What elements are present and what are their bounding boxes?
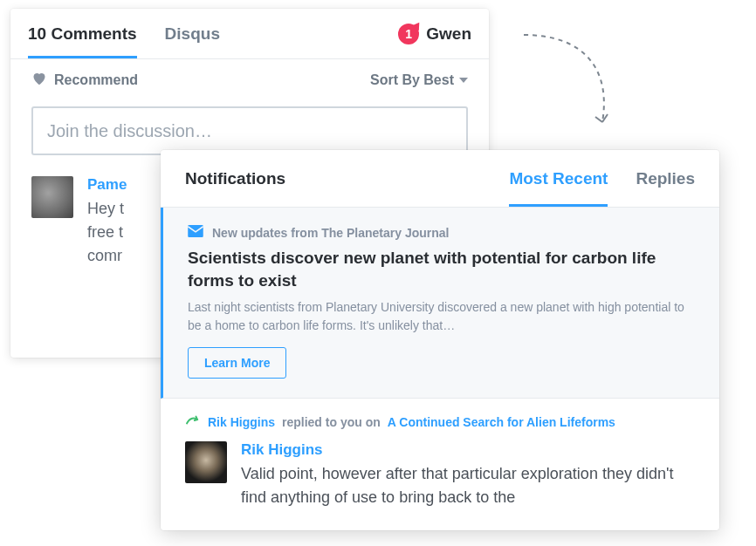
comments-tabs: 10 Comments Disqus 1 Gwen xyxy=(10,9,489,59)
compose-input[interactable]: Join the discussion… xyxy=(31,106,468,155)
avatar xyxy=(185,441,227,483)
reply-text: Valid point, however after that particul… xyxy=(241,462,695,509)
chevron-down-icon xyxy=(459,78,468,83)
notification-headline: Scientists discover new planet with pote… xyxy=(188,247,695,291)
user-menu[interactable]: 1 Gwen xyxy=(398,24,471,44)
reply-arrow-icon xyxy=(185,414,201,429)
recommend-button[interactable]: Recommend xyxy=(31,72,138,89)
tab-disqus[interactable]: Disqus xyxy=(165,9,220,58)
reply-author-link[interactable]: Rik Higgins xyxy=(241,441,323,459)
user-name: Gwen xyxy=(426,24,471,44)
reply-verb-text: replied to you on xyxy=(282,415,381,429)
notification-excerpt: Last night scientists from Planetary Uni… xyxy=(188,298,695,335)
notification-source: New updates from The Planetary Journal xyxy=(188,225,695,240)
reply-actor-link[interactable]: Rik Higgins xyxy=(208,415,275,429)
comments-toolbar: Recommend Sort By Best xyxy=(10,59,489,98)
comment-author-link[interactable]: Pame xyxy=(87,176,127,194)
notification-update[interactable]: New updates from The Planetary Journal S… xyxy=(161,208,719,399)
sort-label: Sort By Best xyxy=(370,72,454,88)
notifications-title: Notifications xyxy=(185,169,285,188)
notifications-tabs: Most Recent Replies xyxy=(509,150,695,207)
tab-most-recent[interactable]: Most Recent xyxy=(509,150,608,207)
notification-source-label: New updates from The Planetary Journal xyxy=(212,226,450,240)
notification-badge: 1 xyxy=(398,24,419,44)
tab-comments[interactable]: 10 Comments xyxy=(28,9,137,58)
learn-more-button[interactable]: Learn More xyxy=(188,347,286,379)
mail-icon xyxy=(188,225,203,240)
tab-replies[interactable]: Replies xyxy=(636,150,695,207)
arrow-icon xyxy=(515,17,637,148)
notifications-panel: Notifications Most Recent Replies New up… xyxy=(161,150,719,530)
sort-dropdown[interactable]: Sort By Best xyxy=(370,72,468,88)
reply-body: Rik Higgins Valid point, however after t… xyxy=(185,441,695,509)
recommend-label: Recommend xyxy=(54,72,138,88)
avatar xyxy=(31,176,73,218)
reply-source: Rik Higgins replied to you on A Continue… xyxy=(185,414,695,429)
notifications-header: Notifications Most Recent Replies xyxy=(161,150,719,208)
notification-reply[interactable]: Rik Higgins replied to you on A Continue… xyxy=(161,399,719,509)
reply-thread-link[interactable]: A Continued Search for Alien Lifeforms xyxy=(388,415,615,429)
heart-icon xyxy=(31,72,47,89)
